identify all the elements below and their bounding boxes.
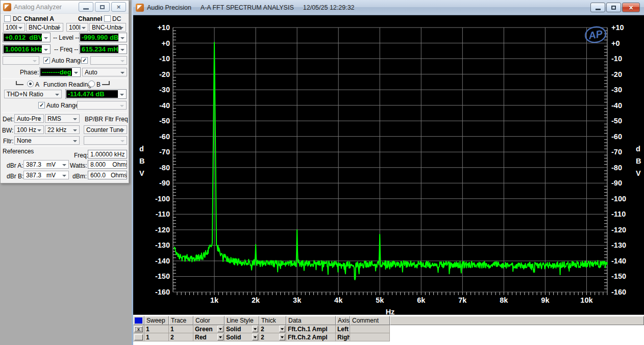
cell-thick[interactable]: 2 xyxy=(259,333,286,341)
function-reading-b-radio[interactable] xyxy=(88,81,95,87)
restore-icon xyxy=(100,5,105,9)
cell-color[interactable]: Red xyxy=(193,333,225,341)
svg-text:+0: +0 xyxy=(161,39,170,47)
dbm-field[interactable]: 600.0 Ohms xyxy=(88,171,127,179)
dropdown-button[interactable] xyxy=(252,326,258,332)
chevron-down-icon xyxy=(73,129,77,131)
svg-text:-10: -10 xyxy=(159,55,170,63)
dropdown-button[interactable] xyxy=(217,334,224,340)
cell-trace[interactable]: 1 xyxy=(169,325,193,333)
cell-sweep[interactable]: 1 xyxy=(144,325,169,333)
bw-high-select[interactable]: 22 kHz xyxy=(45,125,80,134)
svg-text:4k: 4k xyxy=(334,296,343,304)
detector-select[interactable]: Auto-Pre xyxy=(14,114,44,123)
phase-label: Phase: xyxy=(20,69,39,76)
level-b-display[interactable]: -999.990 dBV xyxy=(79,33,127,42)
freq-a-display[interactable]: 1.00016 kHz xyxy=(3,44,51,54)
svg-text:3k: 3k xyxy=(293,296,302,304)
svg-text:B: B xyxy=(139,157,144,165)
header-data: Data xyxy=(286,316,336,325)
filter-select[interactable]: None xyxy=(14,136,80,145)
svg-text:-130: -130 xyxy=(155,241,170,249)
cell-trace[interactable]: 2 xyxy=(169,333,193,341)
svg-text:-140: -140 xyxy=(611,257,626,265)
auto-range-a-checkbox[interactable]: ✓ xyxy=(43,57,50,64)
dc-coupling-checkbox-b[interactable] xyxy=(104,15,111,22)
ref-freq-field[interactable]: 1.00000 kHz xyxy=(88,150,127,158)
chevron-down-icon xyxy=(120,140,125,142)
range-b-select[interactable] xyxy=(90,56,127,65)
dropdown-button[interactable] xyxy=(217,326,224,332)
chevron-down-icon xyxy=(73,140,77,142)
dbra-ref-select[interactable]: 387.3 mV xyxy=(23,160,69,169)
channel-b-impedance-select[interactable]: 100l xyxy=(66,23,88,32)
dbrb-ref-select[interactable]: 387.3 mV xyxy=(23,171,69,179)
chevron-down-icon xyxy=(120,37,125,39)
freq-b-display[interactable]: 615.234 mHz xyxy=(79,44,127,54)
cell-axis[interactable]: Right xyxy=(336,333,350,341)
cell-color[interactable]: Green xyxy=(193,325,225,333)
trace-visible-toggle[interactable] xyxy=(134,334,143,340)
restore-button[interactable] xyxy=(95,2,110,12)
chevron-down-icon xyxy=(33,60,37,62)
range-a-select[interactable] xyxy=(3,56,39,65)
cell-axis[interactable]: Left xyxy=(336,325,350,333)
bpbr-freq-value[interactable] xyxy=(84,136,127,145)
svg-text:V: V xyxy=(636,169,641,177)
phase-display[interactable]: --------deg xyxy=(39,67,81,77)
trace-visible-toggle[interactable]: x xyxy=(134,326,143,332)
svg-text:-140: -140 xyxy=(155,257,170,265)
chevron-down-icon xyxy=(57,27,61,29)
minimize-button[interactable] xyxy=(590,3,605,12)
cell-data[interactable]: Fft.Ch.2 Ampl xyxy=(286,333,336,341)
svg-text:7k: 7k xyxy=(458,296,467,304)
minimize-button[interactable] xyxy=(79,2,93,12)
fft-trace-ch1 xyxy=(174,42,607,280)
cell-comment[interactable] xyxy=(350,325,390,333)
auto-range-b-checkbox[interactable]: ✓ xyxy=(81,57,88,64)
phase-mode-select[interactable]: Auto xyxy=(82,68,127,76)
cell-data[interactable]: Fft.Ch.1 Ampl xyxy=(286,325,336,333)
dropdown-button[interactable] xyxy=(279,334,285,340)
detector-mode-select[interactable]: RMS xyxy=(45,114,80,123)
channel-b-input-select[interactable]: BNC-Unba xyxy=(89,23,126,32)
check-icon: ✓ xyxy=(82,57,87,63)
bw-low-select[interactable]: 100 Hz xyxy=(14,125,44,134)
cell-comment[interactable] xyxy=(350,333,390,341)
dropdown-button[interactable] xyxy=(252,334,258,340)
maximize-button[interactable] xyxy=(606,3,621,12)
dc-coupling-checkbox-a[interactable] xyxy=(4,15,11,22)
det-label: Det: xyxy=(3,116,14,123)
svg-text:-110: -110 xyxy=(611,210,626,218)
bpbr-freq-select[interactable]: Counter Tune xyxy=(84,125,127,134)
cell-line-style[interactable]: Solid xyxy=(225,333,259,341)
header-thick: Thick xyxy=(259,316,286,325)
svg-text:-80: -80 xyxy=(611,164,622,172)
channel-a-impedance-select[interactable]: 100l xyxy=(3,23,25,32)
svg-text:-40: -40 xyxy=(611,101,622,110)
header-comment: Comment xyxy=(350,316,390,325)
function-range-select[interactable] xyxy=(77,101,127,110)
svg-text:AP: AP xyxy=(587,28,604,42)
fft-spectrum-panel: +10+10+0+0-10-10-20-20-30-30-40-40-50-50… xyxy=(133,15,644,314)
svg-text:-160: -160 xyxy=(611,288,626,296)
chevron-down-icon xyxy=(74,72,78,74)
close-button[interactable]: × xyxy=(622,3,640,12)
dropdown-button[interactable] xyxy=(279,326,285,332)
level-a-display[interactable]: +0.012 dBV xyxy=(3,33,51,42)
close-button[interactable]: × xyxy=(111,2,126,12)
function-reading-a-radio[interactable] xyxy=(27,81,34,87)
svg-text:d: d xyxy=(139,145,144,153)
function-select[interactable]: THD+N Ratio xyxy=(4,90,62,98)
auto-range-function-checkbox[interactable]: ✓ xyxy=(38,102,45,109)
close-icon: × xyxy=(629,4,633,12)
svg-text:-60: -60 xyxy=(159,132,170,141)
main-titlebar[interactable]: Audio Precision A-A FFT SPECTRUM ANALYSI… xyxy=(133,0,644,15)
watts-field[interactable]: 8.000 Ohms xyxy=(88,160,127,169)
analyzer-titlebar[interactable]: Analog Analyzer × xyxy=(1,1,129,14)
channel-a-input-select[interactable]: BNC-Unbal xyxy=(26,23,63,32)
cell-line-style[interactable]: Solid xyxy=(225,325,259,333)
cell-sweep[interactable]: 1 xyxy=(144,333,169,341)
cell-thick[interactable]: 2 xyxy=(259,325,286,333)
function-reading-display[interactable]: -114.474 dB xyxy=(65,89,127,99)
